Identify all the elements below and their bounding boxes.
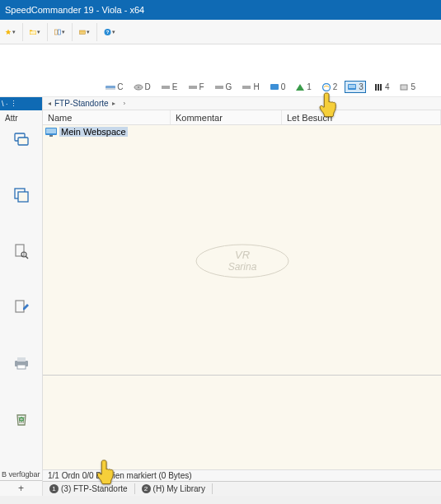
col-kommentar[interactable]: Kommentar <box>171 110 282 124</box>
col-letzter-besuch[interactable]: Let Besuch <box>282 110 441 124</box>
chevron-right-icon-2[interactable]: › <box>124 100 126 107</box>
column-headers: Name Kommentar Let Besuch <box>43 110 441 125</box>
svg-rect-36 <box>46 128 56 133</box>
drive-f[interactable]: F <box>185 81 207 93</box>
chevron-left-icon[interactable]: ◂ <box>48 100 51 107</box>
svg-rect-15 <box>270 84 279 90</box>
table-row[interactable]: Mein Webspace <box>43 125 441 138</box>
file-pane-bottom[interactable] <box>43 375 441 469</box>
tab-my-library[interactable]: 2(H) My Library <box>135 483 213 494</box>
titlebar: SpeedCommander 19 - Viola - x64 <box>0 0 441 20</box>
selection-status: 1/1 Ordn 0/0 Dateien markiert (0 Bytes) <box>43 469 441 481</box>
drive-1[interactable]: 1 <box>293 81 314 93</box>
left-add-tab[interactable]: + <box>0 480 42 496</box>
svg-rect-20 <box>378 84 379 91</box>
left-panel: \ · ⋮ Attr B verfügbar + <box>0 97 43 496</box>
drive-3-selected[interactable]: 3 <box>345 81 366 93</box>
svg-rect-8 <box>106 88 115 90</box>
svg-point-10 <box>138 86 139 88</box>
svg-rect-19 <box>375 84 377 91</box>
chevron-right-icon[interactable]: ▸ <box>112 100 115 107</box>
drive-d[interactable]: D <box>131 81 153 93</box>
svg-rect-11 <box>162 86 170 89</box>
folder-button[interactable]: ▾ <box>30 23 48 41</box>
main-area: \ · ⋮ Attr B verfügbar + ◂ FTP-Standorte… <box>0 97 441 496</box>
breadcrumb[interactable]: ◂ FTP-Standorte ▸ › <box>43 97 441 110</box>
doc-search-icon[interactable] <box>13 243 30 259</box>
left-panel-header[interactable]: \ · ⋮ <box>0 97 42 110</box>
svg-rect-14 <box>242 86 251 89</box>
watermark: VRSarina <box>193 241 292 284</box>
drive-g[interactable]: G <box>212 81 235 93</box>
help-button[interactable]: ?▾ <box>104 23 122 41</box>
ribbon-gap <box>0 44 441 77</box>
svg-rect-37 <box>49 135 53 137</box>
content-panel: ◂ FTP-Standorte ▸ › Name Kommentar Let B… <box>43 97 441 496</box>
monitor-icon <box>45 128 57 137</box>
svg-rect-30 <box>16 301 24 312</box>
svg-rect-2 <box>59 30 61 35</box>
svg-rect-22 <box>401 85 407 90</box>
svg-rect-32 <box>17 357 26 362</box>
drive-5[interactable]: 5 <box>396 81 418 93</box>
file-pane-top[interactable]: Mein Webspace VRSarina <box>43 125 441 375</box>
compare-button[interactable]: ▾ <box>54 23 73 41</box>
drive-4[interactable]: 4 <box>371 81 392 93</box>
file-name[interactable]: Mein Webspace <box>59 127 128 137</box>
main-toolbar: ▾ ▾ ▾ ▾ ?▾ <box>0 20 441 44</box>
drive-e[interactable]: E <box>158 81 181 93</box>
drive-2[interactable]: 2 <box>319 81 340 93</box>
left-attr-label: Attr <box>0 110 42 126</box>
left-status: B verfügbar <box>0 469 42 480</box>
drive-c[interactable]: C <box>103 81 125 93</box>
svg-rect-1 <box>55 30 58 35</box>
svg-rect-26 <box>18 192 28 202</box>
drive-0[interactable]: 0 <box>267 81 289 93</box>
sidebar-icons <box>0 126 42 469</box>
drive-h[interactable]: H <box>239 81 261 93</box>
svg-rect-0 <box>30 31 36 35</box>
svg-rect-27 <box>16 245 24 256</box>
col-name[interactable]: Name <box>43 110 171 124</box>
svg-rect-12 <box>189 86 197 89</box>
drive-bar: C D E F G H 0 1 2 3 4 5 <box>0 77 441 97</box>
svg-rect-21 <box>380 84 382 91</box>
connect-icon[interactable] <box>13 131 30 147</box>
svg-point-16 <box>322 83 330 91</box>
svg-rect-33 <box>17 365 26 369</box>
printer-icon[interactable] <box>13 355 30 371</box>
svg-rect-18 <box>349 85 355 88</box>
tab-ftp-standorte[interactable]: 1(3) FTP-Standorte <box>43 483 135 494</box>
svg-rect-4 <box>80 30 86 32</box>
breadcrumb-label[interactable]: FTP-Standorte <box>54 99 109 108</box>
doc-edit-icon[interactable] <box>13 299 30 315</box>
svg-text:VR: VR <box>234 249 249 261</box>
favorites-button[interactable]: ▾ <box>5 23 23 41</box>
recycle-icon[interactable] <box>13 411 30 427</box>
svg-rect-13 <box>215 86 223 89</box>
window-title: SpeedCommander 19 - Viola - x64 <box>5 5 144 15</box>
svg-text:?: ? <box>106 30 110 35</box>
svg-line-29 <box>26 256 28 259</box>
tab-bar: 1(3) FTP-Standorte 2(H) My Library <box>43 481 441 496</box>
svg-text:Sarina: Sarina <box>228 261 256 273</box>
svg-rect-24 <box>18 138 28 145</box>
archive-button[interactable]: ▾ <box>79 23 97 41</box>
panels-icon[interactable] <box>13 187 30 203</box>
